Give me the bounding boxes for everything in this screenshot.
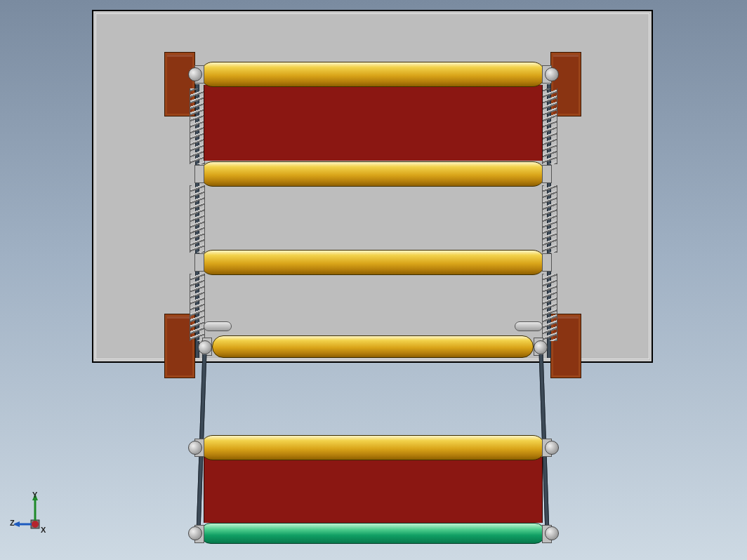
spring-left-1	[190, 88, 205, 164]
roller5-cap-left	[188, 441, 202, 455]
roller6-cap-right	[545, 526, 559, 540]
spring-left-3	[190, 274, 205, 341]
axis-label-x: X	[41, 526, 46, 534]
web-panel-upper	[204, 85, 543, 161]
svg-point-5	[32, 521, 39, 528]
svg-marker-4	[14, 521, 20, 527]
axis-label-z: Z	[10, 519, 15, 527]
roller6-cap-left	[188, 526, 202, 540]
roller3-clip-right	[542, 253, 552, 272]
roller2-clip-left	[194, 165, 204, 183]
hinge-pin-left	[204, 321, 232, 331]
roller1-cap-right	[545, 67, 559, 81]
roller4-cap-left	[198, 340, 212, 354]
roller1-cap-left	[188, 67, 202, 81]
roller-gold-3	[200, 250, 546, 275]
spring-right-3	[542, 274, 557, 341]
axis-label-y: Y	[32, 491, 37, 499]
roller5-cap-right	[545, 441, 559, 455]
roller-green-6	[200, 523, 546, 544]
axis-triad-svg	[14, 493, 56, 535]
cad-viewport[interactable]: Y Z X	[0, 0, 747, 560]
spring-left-2	[190, 185, 205, 253]
hinge-pin-right	[515, 321, 543, 331]
roller-gold-5	[200, 435, 546, 460]
web-panel-lower	[204, 457, 543, 523]
axis-triad: Y Z X	[14, 493, 56, 535]
roller-gold-2	[200, 161, 546, 187]
roller4-cap-right	[534, 340, 548, 354]
roller3-clip-left	[194, 253, 204, 272]
spring-right-1	[542, 88, 557, 164]
roller2-clip-right	[542, 165, 552, 183]
roller-gold-1	[200, 62, 546, 87]
spring-right-2	[542, 185, 557, 253]
roller-gold-4	[212, 335, 534, 358]
